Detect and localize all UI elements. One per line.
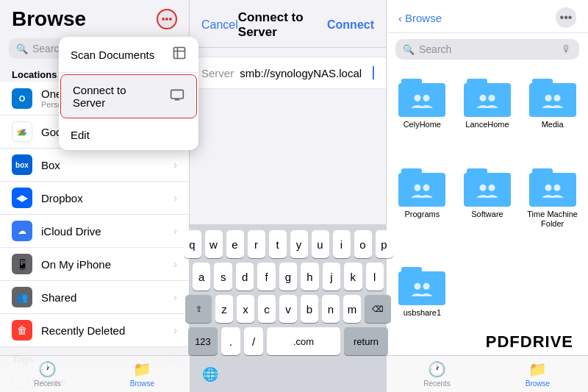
key-o[interactable]: o — [354, 230, 372, 258]
key-e[interactable]: e — [226, 230, 244, 258]
key-l[interactable]: l — [366, 263, 384, 291]
search-icon: 🔍 — [403, 44, 415, 55]
key-m[interactable]: m — [343, 295, 361, 323]
dropdown-edit[interactable]: Edit — [59, 120, 198, 150]
deleted-name: Recently Deleted — [41, 324, 165, 337]
connect-label: Connect to Server — [73, 84, 161, 109]
folder-software[interactable]: Software — [455, 161, 520, 260]
key-i[interactable]: i — [333, 230, 351, 258]
svg-point-8 — [415, 184, 421, 190]
googledrive-icon — [12, 121, 32, 142]
key-return[interactable]: return — [344, 327, 388, 355]
key-f[interactable]: f — [257, 263, 275, 291]
folder-name-programs: Programs — [404, 210, 440, 219]
key-r[interactable]: r — [248, 230, 265, 258]
cancel-button[interactable]: Cancel — [201, 18, 238, 32]
server-input[interactable]: smb://synologyNAS.local — [240, 67, 367, 79]
right-tab-browse[interactable]: 📁 Browse — [487, 356, 588, 392]
svg-point-14 — [415, 283, 421, 290]
tab-browse[interactable]: 📁 Browse — [95, 356, 190, 392]
folder-programs[interactable]: Programs — [390, 161, 455, 260]
key-g[interactable]: g — [279, 263, 297, 291]
scan-icon — [172, 46, 187, 63]
folder-icon-usbshare1 — [398, 267, 445, 305]
left-header: Browse ••• — [0, 0, 189, 35]
header-dot-button[interactable]: ••• — [157, 9, 177, 29]
key-h[interactable]: h — [301, 263, 318, 291]
key-a[interactable]: a — [193, 263, 210, 291]
left-tab-bar: 🕐 Recents 📁 Browse — [0, 355, 190, 392]
sidebar-item-box[interactable]: box Box › — [0, 149, 189, 182]
emoji-key[interactable]: 🌐 — [198, 363, 222, 386]
cursor — [373, 66, 374, 79]
key-q[interactable]: q — [184, 230, 201, 258]
onedrive-icon: O — [12, 88, 32, 109]
right-panel: ‹ Browse ••• 🔍 Search 🎙 — [387, 0, 588, 392]
tab-recents[interactable]: 🕐 Recents — [0, 356, 95, 392]
mic-icon: 🎙 — [562, 43, 572, 55]
key-w[interactable]: w — [205, 230, 223, 258]
key-123[interactable]: 123 — [188, 327, 218, 355]
iphone-text: On My iPhone — [41, 258, 165, 271]
key-y[interactable]: y — [290, 230, 308, 258]
key-k[interactable]: k — [344, 263, 362, 291]
key-s[interactable]: s — [214, 263, 232, 291]
folder-media[interactable]: Media — [520, 71, 585, 161]
key-b[interactable]: b — [301, 295, 318, 323]
folder-icon-celyhome — [398, 79, 445, 117]
dropdown-scan[interactable]: Scan Documents — [59, 37, 198, 73]
svg-point-2 — [415, 95, 421, 101]
deleted-text: Recently Deleted — [41, 324, 165, 337]
sidebar-item-shared[interactable]: 👥 Shared › — [0, 281, 189, 314]
iphone-icon: 📱 — [12, 254, 32, 274]
dropbox-text: Dropbox — [41, 192, 165, 204]
dropbox-icon — [12, 188, 32, 208]
more-button[interactable]: ••• — [556, 7, 576, 28]
folder-timemachine[interactable]: Time Machine Folder — [520, 161, 585, 260]
shared-name: Shared — [41, 291, 165, 304]
key-p[interactable]: p — [376, 230, 393, 258]
recents-icon: 🕐 — [38, 360, 57, 378]
sidebar-item-dropbox[interactable]: Dropbox › — [0, 182, 189, 215]
key-shift[interactable]: ⇧ — [185, 295, 212, 323]
left-panel: Browse ••• 🔍 Search Locations O OneDrive… — [0, 0, 190, 392]
sidebar-item-icloud[interactable]: ☁ iCloud Drive › — [0, 215, 189, 248]
sidebar-item-deleted[interactable]: 🗑 Recently Deleted › — [0, 314, 189, 347]
key-d[interactable]: d — [236, 263, 254, 291]
key-j[interactable]: j — [323, 263, 340, 291]
folder-celyhome[interactable]: CelyHome — [390, 71, 455, 161]
key-z[interactable]: z — [215, 295, 233, 323]
connect-header: Cancel Connect to Server Connect — [190, 0, 386, 48]
dropdown-connect[interactable]: Connect to Server — [60, 74, 197, 118]
right-tab-recents[interactable]: 🕐 Recents — [387, 356, 487, 392]
key-n[interactable]: n — [322, 295, 340, 323]
right-tab-bar: 🕐 Recents 📁 Browse — [387, 355, 588, 392]
shared-icon: 👥 — [12, 287, 32, 307]
key-delete[interactable]: ⌫ — [365, 295, 391, 323]
key-space[interactable]: .com — [267, 327, 340, 355]
context-menu: Scan Documents Connect to Server Edit — [59, 37, 198, 150]
box-name: Box — [41, 159, 165, 171]
iphone-name: On My iPhone — [41, 258, 165, 271]
connect-button[interactable]: Connect — [327, 18, 374, 32]
key-slash[interactable]: / — [244, 327, 263, 355]
svg-point-13 — [553, 184, 560, 190]
folder-usbshare1[interactable]: usbshare1 — [390, 260, 455, 349]
key-t[interactable]: t — [269, 230, 287, 258]
key-c[interactable]: c — [258, 295, 276, 323]
icloud-text: iCloud Drive — [41, 225, 165, 238]
chevron-icon: › — [173, 291, 177, 303]
key-v[interactable]: v — [279, 295, 297, 323]
pdfdrive-watermark: PDFDRIVE — [486, 332, 573, 352]
key-u[interactable]: u — [312, 230, 329, 258]
sidebar-item-iphone[interactable]: 📱 On My iPhone › — [0, 248, 189, 281]
folder-lancehome[interactable]: LanceHome — [455, 71, 520, 161]
svg-point-4 — [479, 95, 486, 101]
svg-point-9 — [423, 184, 430, 190]
back-button[interactable]: ‹ Browse — [398, 12, 442, 24]
key-x[interactable]: x — [237, 295, 254, 323]
back-chevron-icon: ‹ — [398, 12, 402, 24]
right-search-bar[interactable]: 🔍 Search 🎙 — [395, 39, 579, 60]
key-period[interactable]: . — [221, 327, 240, 355]
back-label: Browse — [405, 12, 442, 24]
